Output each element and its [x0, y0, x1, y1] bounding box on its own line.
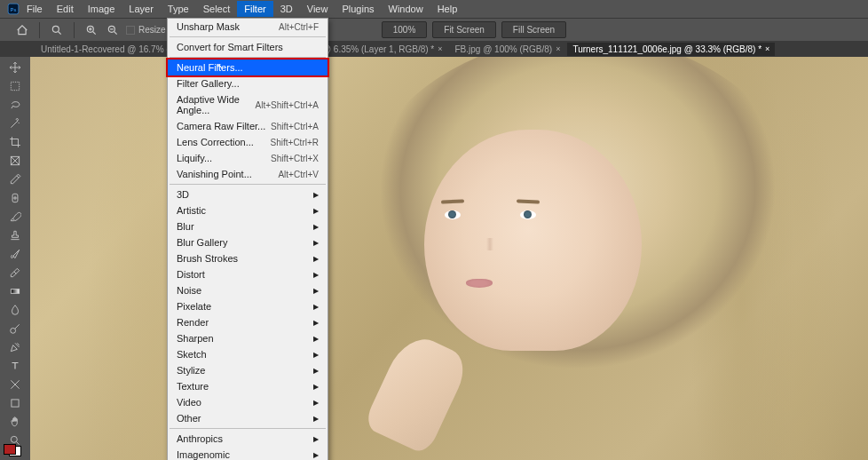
wand-tool[interactable]: [4, 115, 27, 132]
fill-screen-button[interactable]: Fill Screen: [501, 21, 566, 38]
menu-item-other[interactable]: Other▶: [168, 410, 327, 426]
submenu-arrow-icon: ▶: [313, 303, 319, 311]
home-icon[interactable]: [14, 22, 30, 38]
menu-item-adaptive-wide-angle[interactable]: Adaptive Wide Angle...Alt+Shift+Ctrl+A: [168, 91, 327, 118]
menu-item-3d[interactable]: 3D▶: [168, 186, 327, 202]
menu-item-distort[interactable]: Distort▶: [168, 266, 327, 282]
move-tool[interactable]: [4, 59, 27, 76]
brush-tool[interactable]: [4, 208, 27, 226]
menu-item-stylize[interactable]: Stylize▶: [168, 362, 327, 378]
close-icon[interactable]: ×: [765, 44, 769, 53]
menu-item-anthropics[interactable]: Anthropics▶: [168, 431, 327, 447]
menu-separator: [170, 36, 326, 37]
eyedropper-tool[interactable]: [4, 171, 27, 188]
stamp-tool[interactable]: [4, 226, 27, 244]
menu-item-blur-gallery[interactable]: Blur Gallery▶: [168, 234, 327, 250]
crop-tool[interactable]: [4, 133, 27, 151]
submenu-arrow-icon: ▶: [313, 319, 319, 327]
menu-help[interactable]: Help: [430, 1, 465, 17]
menu-type[interactable]: Type: [161, 1, 196, 17]
menu-item-texture[interactable]: Texture▶: [168, 378, 327, 394]
submenu-arrow-icon: ▶: [313, 435, 319, 443]
svg-rect-8: [11, 289, 19, 294]
pen-tool[interactable]: [4, 338, 27, 356]
workspace: [0, 57, 868, 460]
submenu-arrow-icon: ▶: [313, 451, 319, 459]
separator: [39, 22, 40, 38]
menu-filter[interactable]: Filter: [237, 1, 272, 17]
submenu-arrow-icon: ▶: [313, 239, 319, 247]
submenu-arrow-icon: ▶: [313, 367, 319, 375]
submenu-arrow-icon: ▶: [313, 271, 319, 279]
foreground-color-swatch[interactable]: [4, 444, 16, 455]
menu-item-video[interactable]: Video▶: [168, 394, 327, 410]
menu-file[interactable]: File: [20, 1, 50, 17]
svg-point-9: [11, 328, 16, 333]
menu-item-liquify[interactable]: Liquify...Shift+Ctrl+X: [168, 150, 327, 166]
color-swatches[interactable]: [4, 444, 21, 456]
menu-item-convert-smart[interactable]: Convert for Smart Filters: [168, 39, 327, 55]
menu-item-brush-strokes[interactable]: Brush Strokes▶: [168, 250, 327, 266]
menu-item-noise[interactable]: Noise▶: [168, 282, 327, 298]
blur-tool[interactable]: [4, 301, 27, 319]
document-tab[interactable]: FB.jpg @ 100% (RGB/8)×: [450, 43, 566, 56]
submenu-arrow-icon: ▶: [313, 191, 319, 199]
dodge-tool[interactable]: [4, 320, 27, 337]
menu-select[interactable]: Select: [196, 1, 238, 17]
zoom-out-icon[interactable]: [105, 22, 121, 38]
document-tab-active[interactable]: Turners_111121_0006e.jpg @ 33.3% (RGB/8)…: [567, 43, 775, 56]
submenu-arrow-icon: ▶: [313, 399, 319, 407]
fit-screen-button[interactable]: Fit Screen: [432, 21, 496, 38]
menu-item-pixelate[interactable]: Pixelate▶: [168, 298, 327, 314]
menu-image[interactable]: Image: [81, 1, 122, 17]
gradient-tool[interactable]: [4, 282, 27, 300]
menu-view[interactable]: View: [300, 1, 335, 17]
menu-layer[interactable]: Layer: [122, 1, 161, 17]
menu-3d[interactable]: 3D: [273, 1, 300, 17]
menu-item-blur[interactable]: Blur▶: [168, 218, 327, 234]
menu-item-sharpen[interactable]: Sharpen▶: [168, 330, 327, 346]
zoom-tool-icon[interactable]: [49, 22, 65, 38]
submenu-arrow-icon: ▶: [313, 415, 319, 423]
menu-window[interactable]: Window: [382, 1, 430, 17]
frame-tool[interactable]: [4, 152, 27, 170]
photo-eye: [520, 210, 536, 219]
photo-face: [424, 130, 642, 352]
marquee-tool[interactable]: [4, 77, 27, 95]
type-tool[interactable]: [4, 357, 27, 375]
options-toolbar: Resize Windo 100% Fit Screen Fill Screen: [0, 18, 868, 41]
checkbox-icon: [126, 26, 135, 35]
eraser-tool[interactable]: [4, 264, 27, 282]
photo-nose: [486, 238, 493, 250]
close-icon[interactable]: ×: [438, 44, 442, 53]
canvas[interactable]: [30, 57, 868, 460]
zoom-100-button[interactable]: 100%: [382, 21, 428, 38]
menu-edit[interactable]: Edit: [50, 1, 81, 17]
svg-point-2: [52, 26, 59, 32]
heal-tool[interactable]: [4, 189, 27, 207]
submenu-arrow-icon: ▶: [313, 335, 319, 343]
lasso-tool[interactable]: [4, 96, 27, 114]
filter-menu-dropdown: Unsharp MaskAlt+Ctrl+F Convert for Smart…: [167, 18, 328, 460]
menu-item-vanishing-point[interactable]: Vanishing Point...Alt+Ctrl+V: [168, 166, 327, 182]
menu-separator: [170, 184, 326, 185]
menu-item-neural-filters[interactable]: Neural Filters... ↖: [166, 58, 329, 77]
hand-tool[interactable]: [4, 413, 27, 431]
menu-item-imagenomic[interactable]: Imagenomic▶: [168, 447, 327, 460]
menu-item-last-filter[interactable]: Unsharp MaskAlt+Ctrl+F: [168, 19, 327, 35]
menu-item-lens-correction[interactable]: Lens Correction...Shift+Ctrl+R: [168, 134, 327, 150]
history-brush-tool[interactable]: [4, 245, 27, 263]
svg-point-11: [11, 436, 17, 442]
path-tool[interactable]: [4, 376, 27, 393]
menu-item-render[interactable]: Render▶: [168, 314, 327, 330]
menu-item-camera-raw[interactable]: Camera Raw Filter...Shift+Ctrl+A: [168, 118, 327, 134]
close-icon[interactable]: ×: [556, 44, 560, 53]
shape-tool[interactable]: [4, 394, 27, 412]
menu-item-sketch[interactable]: Sketch▶: [168, 346, 327, 362]
zoom-in-icon[interactable]: [83, 22, 99, 38]
submenu-arrow-icon: ▶: [313, 207, 319, 215]
menu-plugins[interactable]: Plugins: [335, 1, 381, 17]
photo-lips: [466, 279, 493, 288]
menu-item-artistic[interactable]: Artistic▶: [168, 202, 327, 218]
menu-item-filter-gallery[interactable]: Filter Gallery...: [168, 75, 327, 91]
